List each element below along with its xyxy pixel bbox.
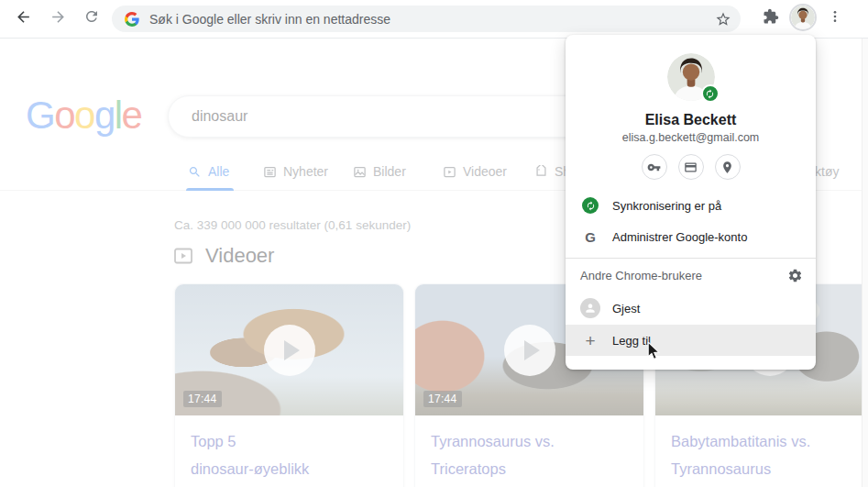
video-section-icon [172, 245, 194, 267]
add-profile-item[interactable]: + Legg til [566, 325, 816, 356]
key-icon [647, 160, 661, 174]
other-users-label: Andre Chrome-brukere [580, 269, 702, 282]
profile-shortcuts [566, 154, 816, 180]
video-duration: 17:44 [423, 391, 462, 407]
profile-avatar-large [667, 53, 715, 101]
tab-videoer[interactable]: Videoer [443, 164, 507, 179]
mouse-cursor-icon [645, 342, 662, 364]
extensions-button[interactable] [759, 6, 783, 30]
profile-email: elisa.g.beckett@gmail.com [566, 131, 816, 144]
person-silhouette-icon [580, 298, 600, 318]
map-pin-icon [720, 160, 734, 174]
google-g-icon [125, 12, 139, 27]
videos-heading: Videoer [172, 244, 274, 268]
avatar [791, 6, 815, 29]
video-duration: 17:44 [183, 391, 222, 407]
arrow-right-icon [49, 8, 67, 29]
sync-on-badge-icon [701, 84, 720, 103]
profile-menu: Elisa Beckett elisa.g.beckett@gmail.com … [566, 35, 816, 370]
profile-name: Elisa Beckett [566, 112, 816, 128]
browser-toolbar: Søk i Google eller skriv inn en nettadre… [0, 0, 868, 39]
refresh-icon [83, 8, 100, 28]
active-tab-underline [186, 188, 234, 191]
passwords-button[interactable] [642, 154, 667, 180]
tag-icon [534, 165, 548, 179]
address-bar-placeholder: Søk i Google eller skriv inn en nettadre… [149, 12, 715, 27]
sync-icon [582, 197, 599, 214]
credit-card-icon [684, 160, 698, 174]
browser-menu-button[interactable] [823, 6, 847, 30]
sync-status-item[interactable]: Synkronisering er på [566, 190, 816, 221]
plus-icon: + [585, 332, 595, 349]
profile-avatar-button[interactable] [789, 4, 817, 31]
three-dot-vertical-icon [828, 9, 842, 28]
manage-google-account-item[interactable]: G Administrer Google-konto [566, 221, 816, 252]
payment-methods-button[interactable] [678, 154, 704, 180]
guest-profile-item[interactable]: Gjest [566, 292, 816, 325]
video-title-link[interactable]: Babytambatitanis vs. Tyrannosaurus [655, 415, 868, 482]
news-icon [263, 165, 277, 179]
tab-bilder[interactable]: Bilder [353, 164, 406, 179]
tab-alle[interactable]: Alle [188, 164, 229, 179]
reload-button[interactable] [80, 6, 104, 30]
address-bar[interactable]: Søk i Google eller skriv inn en nettadre… [112, 6, 741, 32]
video-icon [443, 165, 456, 179]
video-card[interactable]: 17:44 Topp 5 dinosaur-øyeblikk [174, 283, 404, 487]
page-scrollbar[interactable] [862, 39, 868, 487]
puzzle-piece-icon [763, 8, 779, 28]
manage-profiles-settings-button[interactable] [787, 268, 803, 283]
gear-icon [787, 268, 803, 283]
other-users-section: Andre Chrome-brukere [566, 259, 816, 292]
back-button[interactable] [11, 6, 35, 30]
results-stats: Ca. 339 000 000 resultater (0,61 sekunde… [174, 218, 411, 232]
search-query: dinosaur [192, 108, 247, 124]
google-logo[interactable]: Google [26, 94, 141, 138]
play-button-icon[interactable] [504, 325, 555, 376]
forward-button[interactable] [46, 6, 70, 30]
addresses-button[interactable] [715, 154, 741, 180]
search-icon [188, 165, 202, 179]
video-title-link[interactable]: Tyrannosaurus vs. Triceratops [415, 415, 643, 482]
tab-nyheter[interactable]: Nyheter [263, 164, 328, 179]
play-button-icon[interactable] [264, 325, 315, 376]
video-thumbnail[interactable]: 17:44 [175, 284, 403, 415]
arrow-left-icon [15, 8, 32, 29]
profile-menu-items: Synkronisering er på G Administrer Googl… [566, 190, 816, 252]
google-g-gray-icon: G [585, 229, 596, 245]
image-icon [353, 165, 367, 179]
bookmark-star-button[interactable] [715, 11, 731, 28]
video-title-link[interactable]: Topp 5 dinosaur-øyeblikk [175, 415, 403, 482]
